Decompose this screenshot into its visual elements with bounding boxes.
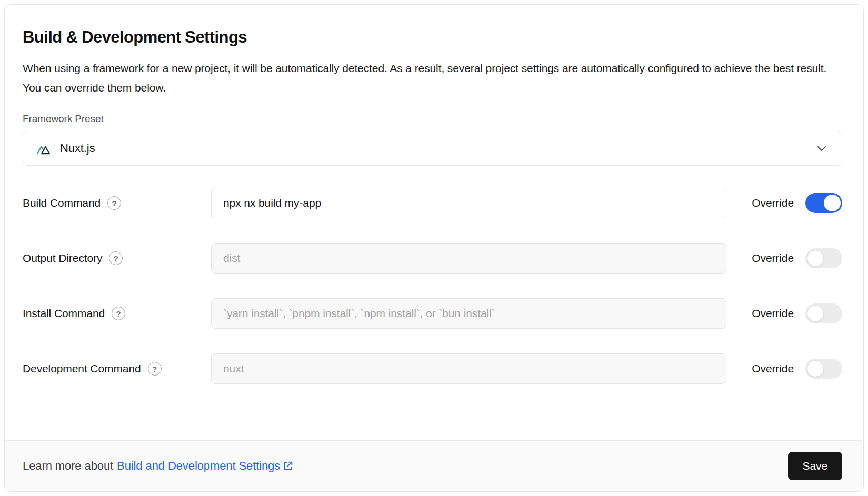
learn-more-link-label: Build and Development Settings [117,459,280,473]
learn-more-text: Learn more about Build and Development S… [23,459,294,473]
help-icon[interactable]: ? [107,196,121,210]
install-command-input [211,298,726,329]
output-directory-label-group: Output Directory ? [23,251,211,265]
toggle-knob [824,195,841,211]
build-command-input[interactable] [211,188,726,218]
development-command-row: Development Command ? Override [23,353,842,384]
development-command-override-toggle[interactable] [805,359,842,379]
framework-preset-value: Nuxt.js [36,140,95,157]
toggle-knob [807,250,824,267]
output-directory-row: Output Directory ? Override [23,243,842,274]
build-settings-card: Build & Development Settings When using … [4,4,864,492]
install-command-override: Override [747,303,842,323]
development-command-label: Development Command [23,362,141,375]
install-command-row: Install Command ? Override [23,298,842,329]
install-command-label: Install Command [23,307,105,320]
development-command-override: Override [747,359,842,379]
framework-preset-selected: Nuxt.js [60,141,95,155]
page-title: Build & Development Settings [23,28,842,47]
build-command-override: Override [747,193,842,213]
build-command-override-toggle[interactable] [805,193,842,213]
output-directory-label: Output Directory [23,252,102,265]
toggle-knob [807,305,824,322]
help-icon[interactable]: ? [109,251,123,265]
output-directory-override-toggle[interactable] [805,248,842,268]
install-command-override-toggle[interactable] [805,303,842,323]
install-command-label-group: Install Command ? [23,307,211,320]
chevron-down-icon [815,142,828,155]
nuxt-logo-icon [36,140,52,157]
card-footer: Learn more about Build and Development S… [5,440,863,491]
card-main: Build & Development Settings When using … [5,5,863,440]
settings-description: When using a framework for a new project… [23,58,842,97]
build-settings-docs-link[interactable]: Build and Development Settings [117,459,294,473]
save-button[interactable]: Save [788,452,842,480]
override-label: Override [752,252,794,265]
toggle-knob [807,360,824,377]
override-label: Override [752,307,794,320]
help-icon[interactable]: ? [112,307,125,320]
development-command-label-group: Development Command ? [23,362,211,376]
settings-rows: Build Command ? Override Output Director… [23,188,842,384]
build-command-row: Build Command ? Override [23,188,842,218]
build-command-label: Build Command [23,197,101,209]
help-icon[interactable]: ? [148,362,162,376]
output-directory-input [211,243,726,274]
override-label: Override [752,197,794,209]
learn-more-prefix: Learn more about [23,459,113,473]
framework-preset-select[interactable]: Nuxt.js [23,131,842,166]
override-label: Override [752,362,794,375]
external-link-icon [282,460,294,472]
development-command-input [211,353,726,384]
output-directory-override: Override [747,248,842,268]
framework-preset-label: Framework Preset [23,113,842,125]
build-command-label-group: Build Command ? [23,196,211,210]
